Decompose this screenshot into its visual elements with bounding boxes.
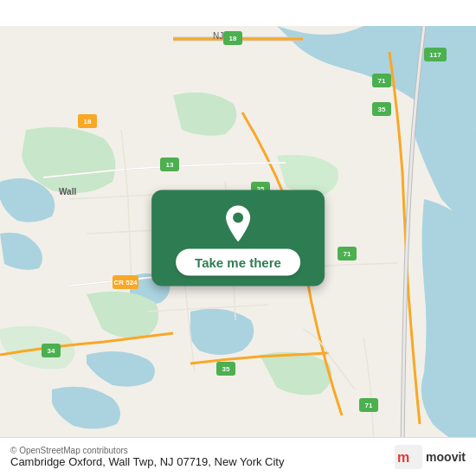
bottom-info-bar: © OpenStreetMap contributors Cambridge O… xyxy=(0,437,476,476)
svg-text:34: 34 xyxy=(48,347,55,355)
svg-text:CR 524: CR 524 xyxy=(113,279,138,286)
svg-text:Wall: Wall xyxy=(59,187,76,196)
moovit-logo-icon: m xyxy=(395,445,422,469)
take-me-there-button[interactable]: Take me there xyxy=(176,249,300,276)
address-text: Cambridge Oxford, Wall Twp, NJ 07719, Ne… xyxy=(10,455,284,468)
location-pin-icon xyxy=(222,204,254,242)
svg-text:NJ: NJ xyxy=(213,31,223,41)
svg-text:m: m xyxy=(397,450,409,465)
svg-text:18: 18 xyxy=(84,118,92,125)
svg-text:71: 71 xyxy=(378,77,386,85)
moovit-logo-text: moovit xyxy=(426,450,466,464)
svg-point-29 xyxy=(233,213,243,223)
copyright-text: © OpenStreetMap contributors xyxy=(10,446,284,455)
moovit-logo: m moovit xyxy=(395,445,466,469)
svg-text:35: 35 xyxy=(222,365,230,373)
svg-text:18: 18 xyxy=(229,35,237,42)
address-info: © OpenStreetMap contributors Cambridge O… xyxy=(10,446,284,468)
take-me-there-overlay: Take me there xyxy=(151,190,325,286)
svg-text:71: 71 xyxy=(365,402,373,409)
svg-text:13: 13 xyxy=(166,161,174,169)
svg-text:35: 35 xyxy=(378,106,386,113)
call-to-action-box: Take me there xyxy=(151,190,325,286)
svg-text:71: 71 xyxy=(344,250,351,258)
svg-text:117: 117 xyxy=(429,51,441,59)
map-container: 18 NJ 35 35 71 71 71 34 13 CR 524 18 117 xyxy=(0,0,476,476)
